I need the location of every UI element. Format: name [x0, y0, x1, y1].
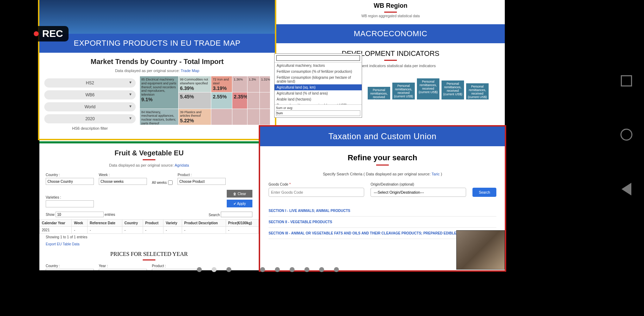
filter-region[interactable] [44, 90, 136, 99]
indicator-option[interactable]: Arable land (hectares) [275, 96, 362, 102]
subtitle-tl: Market Trends by Country - Total Import [39, 58, 275, 66]
banner-br: Taxation and Custom Union [260, 127, 505, 146]
product-select[interactable] [178, 178, 226, 185]
table-search-input[interactable] [221, 212, 252, 217]
home-icon[interactable] [620, 129, 632, 141]
cell: - [88, 227, 122, 234]
product2-select[interactable] [152, 269, 200, 270]
year-select[interactable] [99, 269, 147, 270]
bar[interactable]: Personal remittances, received (current … [466, 83, 489, 99]
week-select[interactable] [99, 178, 147, 185]
tm-cell[interactable]: 99 Commodities not elsewhere specified6.… [179, 76, 211, 92]
indicator-dropdown-panel: Agricultural machinery, tractorsFertiliz… [274, 53, 362, 118]
year-label: Year : [99, 264, 147, 268]
tm-cell[interactable]: 2.35% [232, 92, 247, 108]
hs6-filter-label: HS6 description filter [44, 126, 136, 130]
country2-label: Country : [46, 264, 94, 268]
filter-world[interactable] [44, 102, 136, 111]
country2-select[interactable] [46, 269, 94, 270]
dot-icon[interactable] [334, 267, 339, 272]
tm-cell[interactable]: 2.55% [211, 92, 232, 108]
note-prefix: Data displayed as per original source: [115, 69, 181, 73]
tm-cell[interactable]: 1.31% [260, 76, 270, 92]
tm-cell[interactable] [247, 109, 259, 125]
tm-cell[interactable]: 1.3% [247, 76, 259, 92]
agg-label: Sum or avg: [276, 106, 360, 110]
back-icon[interactable] [622, 183, 631, 195]
bar[interactable]: Personal remittances, received (current … [392, 83, 415, 99]
clear-button[interactable]: 🗑 Clear [227, 190, 252, 198]
tm-cell[interactable] [260, 92, 270, 108]
divider-icon [376, 165, 389, 166]
search-button[interactable]: Search [472, 188, 496, 197]
bar[interactable]: Personal remittances, received (current … [442, 80, 464, 99]
indicator-option[interactable]: Agricultural machinery, tractors [275, 63, 362, 69]
bar[interactable]: Personal remittances, received (current … [417, 78, 439, 99]
refine-title: Refine your search [269, 153, 496, 162]
section-link[interactable]: SECTION II - VEGETABLE PRODUCTS [269, 217, 496, 228]
col-header[interactable]: Product Description [182, 220, 226, 227]
goods-code-input[interactable] [269, 188, 364, 197]
panel-fruit-veg: Fruit & Vegetable EU Data displayed as p… [39, 141, 261, 270]
col-header[interactable]: Reference Date [88, 220, 122, 227]
varieties-select[interactable] [46, 200, 94, 207]
col-header[interactable]: Variety [163, 220, 182, 227]
tm-cell[interactable] [247, 92, 259, 108]
entries-select[interactable] [56, 212, 104, 217]
taric-link[interactable]: Taric [432, 172, 440, 176]
indicator-option[interactable]: Fertilizer consumption (% of fertilizer … [275, 69, 362, 75]
tm-cell[interactable] [211, 109, 232, 125]
cell: - [72, 227, 88, 234]
export-link[interactable]: Export EU Table Data [39, 242, 79, 246]
divider-icon [143, 159, 155, 160]
dot-icon[interactable] [197, 267, 202, 272]
tm-cell[interactable]: 5.45% [179, 92, 211, 108]
indicator-option[interactable]: Fertilizer consumption (kilograms per he… [275, 75, 362, 84]
varieties-label: Varieties : [46, 195, 94, 199]
treemap-chart[interactable]: 85 Electrical machinery and equipment an… [140, 76, 270, 125]
dot-icon[interactable] [260, 267, 265, 272]
carousel-dots-right [260, 267, 339, 272]
col-header[interactable]: Country [122, 220, 143, 227]
tm-cell[interactable]: 84 Machinery, mechanical appliances, nuc… [140, 109, 178, 125]
trademap-link[interactable]: Trade Map [181, 69, 199, 73]
tm-cell[interactable]: 1.36% [232, 76, 247, 92]
tm-cell[interactable]: 72 Iron and steel3.19% [211, 76, 232, 92]
bar[interactable]: Personal remittances, received (current [368, 87, 390, 99]
col-header[interactable]: Product [143, 220, 163, 227]
agg-select[interactable] [276, 110, 360, 116]
filter-year[interactable] [44, 114, 136, 123]
presentation-screen: EXPORTING PRODUCTS IN EU TRADE MAP Marke… [39, 0, 505, 270]
indicator-option[interactable]: Agricultural land (% of land area) [275, 90, 362, 96]
indicator-list[interactable]: Agricultural machinery, tractorsFertiliz… [275, 62, 362, 104]
dot-icon[interactable] [226, 267, 231, 272]
tm-cell[interactable]: 85 Electrical machinery and equipment an… [140, 76, 178, 109]
col-header[interactable]: Week [72, 220, 88, 227]
indicator-search-input[interactable] [276, 55, 360, 61]
banner-tr: MACROECONOMIC [276, 24, 505, 43]
apply-button[interactable]: ✔ Apply [227, 200, 252, 207]
dot-icon[interactable] [304, 267, 309, 272]
col-header[interactable]: Price(€/100kg) [226, 220, 258, 227]
indicator-option[interactable]: Agricultural land (sq. km) [275, 84, 362, 90]
agridata-link[interactable]: Agridata [175, 163, 189, 167]
tm-cell[interactable] [260, 109, 270, 125]
section-link[interactable]: SECTION I - LIVE ANIMALS; ANIMAL PRODUCT… [269, 205, 496, 217]
webcam-thumbnail[interactable] [456, 230, 505, 270]
dot-icon[interactable] [319, 267, 324, 272]
dot-icon[interactable] [275, 267, 280, 272]
country-select[interactable] [46, 178, 94, 185]
divider-icon [384, 60, 397, 61]
week-label: Week : [99, 173, 147, 177]
tm-cell[interactable]: 39 Plastics and articles thereof5.22% [179, 109, 211, 125]
dot-icon[interactable] [212, 267, 217, 272]
allweeks-checkbox[interactable] [168, 180, 173, 185]
dot-icon[interactable] [290, 267, 295, 272]
country-label: Country : [46, 173, 94, 177]
filter-hs[interactable] [44, 78, 136, 88]
origin-select[interactable] [371, 188, 466, 197]
search-label: Search [209, 213, 220, 217]
recents-icon[interactable] [621, 75, 632, 86]
tm-cell[interactable] [232, 109, 247, 125]
col-header[interactable]: Calendar Year [40, 220, 72, 227]
